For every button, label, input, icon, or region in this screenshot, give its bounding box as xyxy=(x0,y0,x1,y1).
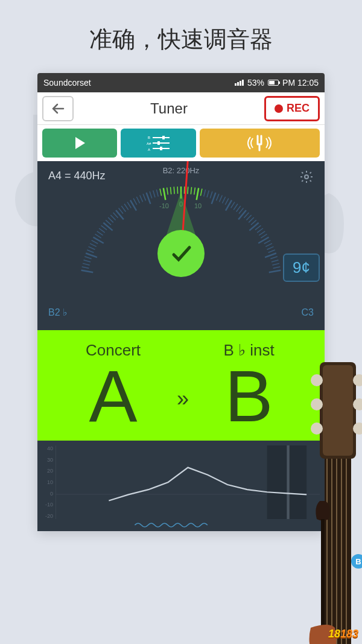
svg-line-46 xyxy=(160,189,161,196)
svg-line-19 xyxy=(89,247,95,250)
svg-line-70 xyxy=(237,206,241,212)
waveform-display xyxy=(56,520,320,530)
svg-line-71 xyxy=(239,208,243,214)
svg-line-75 xyxy=(249,217,254,222)
watermark-logo: 1818183183 xyxy=(328,628,358,640)
svg-line-80 xyxy=(259,231,265,235)
svg-line-66 xyxy=(225,199,229,205)
svg-text:A#: A# xyxy=(147,142,151,145)
svg-point-103 xyxy=(311,422,323,435)
svg-line-90 xyxy=(272,263,279,265)
svg-line-44 xyxy=(153,191,155,198)
svg-line-78 xyxy=(255,226,261,230)
svg-line-91 xyxy=(273,267,281,268)
cents-readout: 9¢ xyxy=(283,253,320,282)
svg-line-42 xyxy=(147,193,151,204)
phone-frame: Soundcorset 53% PM 12:05 Tuner REC B A# … xyxy=(37,73,325,531)
svg-line-39 xyxy=(136,197,139,203)
svg-line-28 xyxy=(106,220,111,225)
in-tune-indicator xyxy=(157,230,205,277)
svg-line-81 xyxy=(261,234,267,238)
svg-line-76 xyxy=(251,220,256,225)
svg-line-17 xyxy=(86,253,97,258)
concert-left-note: A xyxy=(52,360,174,432)
svg-line-33 xyxy=(119,208,123,214)
svg-line-36 xyxy=(127,202,131,208)
svg-line-30 xyxy=(110,215,115,220)
svg-line-74 xyxy=(246,215,251,220)
page-title: Tuner xyxy=(78,100,259,117)
battery-percent: 53% xyxy=(247,78,264,88)
svg-line-84 xyxy=(265,243,272,246)
svg-line-18 xyxy=(87,250,94,252)
low-note-label: B2 ♭ xyxy=(48,307,68,318)
svg-line-35 xyxy=(124,204,129,210)
svg-line-59 xyxy=(204,190,206,197)
svg-line-26 xyxy=(101,226,107,230)
svg-rect-100 xyxy=(323,365,353,456)
svg-line-40 xyxy=(140,196,143,202)
svg-line-65 xyxy=(222,197,225,203)
signal-icon xyxy=(235,80,244,86)
svg-point-101 xyxy=(311,374,323,386)
svg-line-29 xyxy=(108,217,113,222)
tuning-fork-button[interactable] xyxy=(200,129,320,158)
app-name: Soundcorset xyxy=(43,78,91,88)
settings-button[interactable] xyxy=(299,170,314,187)
svg-rect-4 xyxy=(162,136,165,139)
svg-line-64 xyxy=(219,196,222,202)
clock-time: PM 12:05 xyxy=(282,78,319,88)
battery-icon xyxy=(268,80,279,86)
svg-line-16 xyxy=(84,257,91,259)
svg-line-58 xyxy=(200,189,202,196)
svg-line-86 xyxy=(268,250,275,252)
svg-line-63 xyxy=(216,194,218,200)
svg-line-25 xyxy=(99,228,105,232)
record-button[interactable]: REC xyxy=(264,96,320,121)
svg-line-38 xyxy=(133,199,137,205)
guitar-decoration: B xyxy=(290,362,362,644)
play-button[interactable] xyxy=(42,129,117,158)
status-bar: Soundcorset 53% PM 12:05 xyxy=(37,73,325,92)
svg-line-69 xyxy=(233,204,238,210)
svg-line-89 xyxy=(272,260,279,262)
svg-line-43 xyxy=(150,191,152,198)
svg-text:B: B xyxy=(148,136,150,139)
svg-line-61 xyxy=(210,191,212,198)
svg-line-31 xyxy=(113,212,118,218)
back-button[interactable] xyxy=(42,96,74,121)
concert-pitch-panel[interactable]: Concert A » B ♭ inst B xyxy=(37,330,325,441)
svg-line-68 xyxy=(231,202,235,208)
svg-line-92 xyxy=(269,270,281,272)
svg-line-20 xyxy=(90,243,97,246)
svg-line-85 xyxy=(267,247,274,250)
svg-line-21 xyxy=(92,240,98,244)
svg-line-34 xyxy=(121,206,125,212)
svg-point-11 xyxy=(305,175,308,179)
svg-line-77 xyxy=(249,223,258,231)
svg-rect-10 xyxy=(160,147,162,150)
svg-line-41 xyxy=(143,194,145,200)
svg-line-27 xyxy=(103,223,112,231)
svg-line-62 xyxy=(212,193,216,204)
svg-line-87 xyxy=(265,253,276,258)
svg-line-12 xyxy=(81,270,94,272)
tuner-gauge: A4 = 440Hz B2: 220Hz -10010 9¢ B2 ♭ C3 xyxy=(37,161,325,330)
svg-point-102 xyxy=(311,398,323,410)
svg-text:B: B xyxy=(355,557,361,566)
svg-line-88 xyxy=(270,257,277,259)
svg-text:A: A xyxy=(148,148,150,151)
svg-line-24 xyxy=(97,231,103,235)
pitch-history-graph: 403020100-10-20 xyxy=(37,441,325,531)
high-note-label: C3 xyxy=(302,307,314,318)
tuning-sliders-button[interactable]: B A# A xyxy=(121,129,195,158)
svg-line-73 xyxy=(244,212,249,218)
transpose-arrow-icon: » xyxy=(174,386,188,412)
svg-rect-7 xyxy=(157,141,160,145)
svg-line-15 xyxy=(84,260,91,262)
svg-line-14 xyxy=(83,263,90,265)
svg-rect-107 xyxy=(325,459,351,644)
svg-line-60 xyxy=(207,191,209,198)
svg-line-32 xyxy=(116,210,124,219)
svg-line-83 xyxy=(264,240,271,244)
